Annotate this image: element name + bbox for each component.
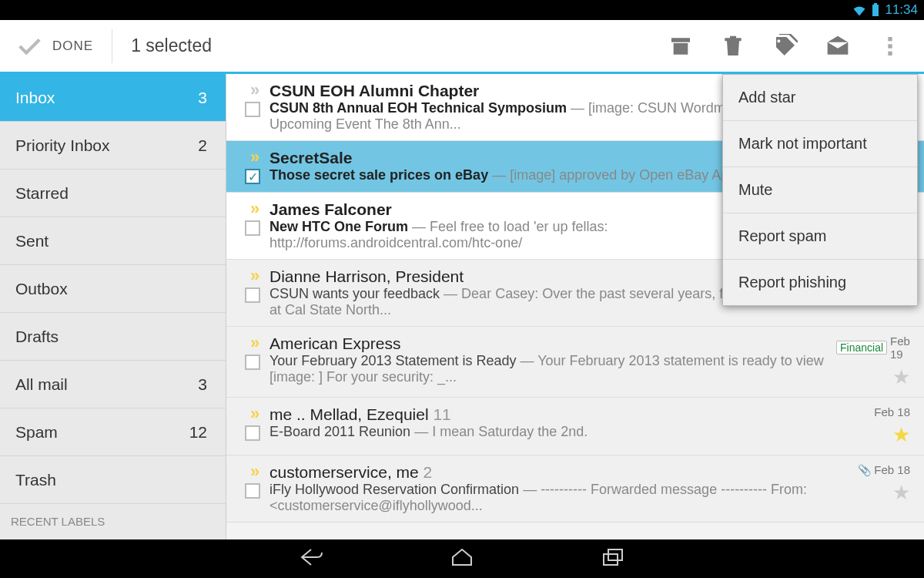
sidebar-item-label: Sent xyxy=(15,232,49,250)
sidebar-item-label: All mail xyxy=(15,375,68,394)
select-checkbox[interactable] xyxy=(245,102,260,117)
android-navbar xyxy=(0,539,924,578)
email-row[interactable]: »me .. Mellad, Ezequiel 11E-Board 2011 R… xyxy=(226,398,924,455)
sidebar-item-label: Starred xyxy=(15,184,69,203)
email-sender: customerservice, me 2 xyxy=(270,463,830,482)
battery-icon xyxy=(871,3,880,17)
importance-icon: » xyxy=(250,269,255,283)
sidebar-item-sent[interactable]: Sent xyxy=(0,217,226,265)
delete-button[interactable] xyxy=(707,27,759,66)
archive-button[interactable] xyxy=(654,27,707,66)
svg-rect-4 xyxy=(888,51,892,55)
sidebar-item-label: Priority Inbox xyxy=(15,136,110,155)
sidebar-item-label: Drafts xyxy=(15,328,59,346)
overflow-menu: Add star Mark not important Mute Report … xyxy=(722,74,918,306)
back-button[interactable] xyxy=(297,546,325,571)
email-sender: American Express xyxy=(270,334,830,353)
importance-icon: » xyxy=(250,407,255,421)
email-subject-line: Your February 2013 Statement is Ready — … xyxy=(270,353,830,385)
svg-rect-1 xyxy=(874,3,877,5)
svg-rect-2 xyxy=(888,37,892,41)
thread-count: 2 xyxy=(419,463,433,481)
importance-icon: » xyxy=(250,150,255,164)
select-checkbox[interactable]: ✓ xyxy=(245,169,260,184)
thread-count: 11 xyxy=(429,405,451,423)
sidebar-item-spam[interactable]: Spam 12 xyxy=(0,408,226,456)
recents-button[interactable] xyxy=(599,546,627,571)
done-button[interactable]: DONE xyxy=(15,33,93,59)
sidebar-item-label: Outbox xyxy=(15,280,68,298)
sidebar-recent-header: RECENT LABELS xyxy=(0,504,226,533)
sidebar-item-count: 2 xyxy=(198,136,207,155)
sidebar-item-drafts[interactable]: Drafts xyxy=(0,313,226,361)
sidebar-item-inbox[interactable]: Inbox 3 xyxy=(0,74,226,122)
selection-count: 1 selected xyxy=(131,35,212,56)
done-label: DONE xyxy=(52,39,93,54)
star-icon[interactable]: ★ xyxy=(892,481,910,505)
sidebar-item-label: Spam xyxy=(15,423,58,442)
email-row[interactable]: »American ExpressYour February 2013 Stat… xyxy=(226,327,924,398)
menu-report-phishing[interactable]: Report phishing xyxy=(723,260,917,305)
sidebar-item-starred[interactable]: Starred xyxy=(0,170,226,217)
action-bar: DONE 1 selected xyxy=(0,20,924,74)
importance-icon: » xyxy=(250,465,255,479)
email-sender: me .. Mellad, Ezequiel 11 xyxy=(270,405,830,424)
mark-read-button[interactable] xyxy=(812,27,864,66)
email-date: Feb 19 xyxy=(890,334,910,361)
star-icon[interactable]: ★ xyxy=(892,423,910,447)
sidebar-item-trash[interactable]: Trash xyxy=(0,456,226,504)
email-subject-line: iFly Hollywood Reservation Confirmation … xyxy=(270,482,830,514)
email-row[interactable]: »customerservice, me 2iFly Hollywood Res… xyxy=(226,455,924,523)
sidebar-item-priority[interactable]: Priority Inbox 2 xyxy=(0,122,226,170)
select-checkbox[interactable] xyxy=(245,483,260,499)
importance-icon: » xyxy=(250,202,255,216)
email-date: Feb 18 xyxy=(874,405,910,418)
sidebar-item-label: Inbox xyxy=(15,89,55,107)
select-checkbox[interactable] xyxy=(245,355,260,370)
labels-button[interactable] xyxy=(759,27,812,66)
menu-mark-not-important[interactable]: Mark not important xyxy=(723,121,917,167)
overflow-button[interactable] xyxy=(864,27,916,66)
svg-rect-0 xyxy=(872,5,879,16)
menu-add-star[interactable]: Add star xyxy=(723,75,917,121)
status-time: 11:34 xyxy=(885,2,918,18)
select-checkbox[interactable] xyxy=(245,287,260,303)
sidebar-item-count: 3 xyxy=(198,89,207,107)
email-date: Feb 18 xyxy=(874,463,910,476)
menu-report-spam[interactable]: Report spam xyxy=(723,213,917,260)
select-checkbox[interactable] xyxy=(245,220,260,236)
attachment-icon: 📎 xyxy=(858,464,871,476)
menu-mute[interactable]: Mute xyxy=(723,167,917,213)
sidebar-item-allmail[interactable]: All mail 3 xyxy=(0,361,226,408)
importance-icon: » xyxy=(250,83,255,97)
star-icon[interactable]: ★ xyxy=(892,365,910,389)
select-checkbox[interactable] xyxy=(245,425,260,441)
sidebar-item-count: 12 xyxy=(189,423,207,442)
email-subject-line: E-Board 2011 Reunion — I mean Saturday t… xyxy=(270,424,830,440)
folder-sidebar: Inbox 3 Priority Inbox 2 Starred Sent Ou… xyxy=(0,74,226,539)
divider xyxy=(112,29,112,63)
svg-rect-3 xyxy=(888,44,892,48)
sidebar-item-count: 3 xyxy=(198,375,207,394)
sidebar-item-outbox[interactable]: Outbox xyxy=(0,265,226,313)
sidebar-item-label: Trash xyxy=(15,471,56,489)
home-button[interactable] xyxy=(448,546,476,571)
android-statusbar: 11:34 xyxy=(0,0,924,20)
importance-icon: » xyxy=(250,336,255,350)
wifi-icon xyxy=(852,4,866,16)
email-label-tag: Financial xyxy=(836,341,887,355)
